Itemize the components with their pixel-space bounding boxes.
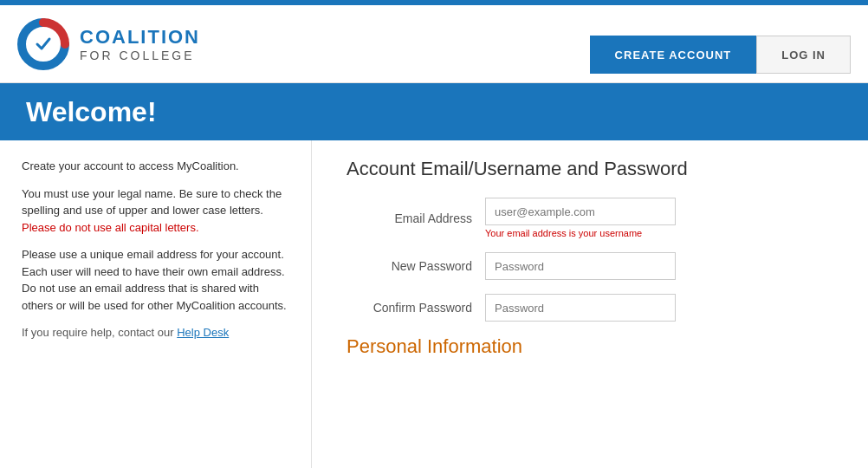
new-password-input-wrapper [485, 252, 676, 280]
new-password-input[interactable] [485, 252, 676, 280]
create-account-tab[interactable]: CREATE ACCOUNT [590, 36, 757, 74]
new-password-form-group: New Password [347, 252, 833, 280]
confirm-password-form-group: Confirm Password [347, 294, 833, 322]
welcome-title: Welcome! [26, 96, 157, 128]
email-hint: Your email address is your username [485, 228, 676, 238]
logo-container: COALITION FOR COLLEGE [17, 18, 200, 70]
help-desk-link[interactable]: Help Desk [177, 326, 229, 339]
email-form-group: Email Address Your email address is your… [347, 198, 833, 238]
confirm-password-input[interactable] [485, 294, 676, 322]
log-in-tab[interactable]: LOG IN [756, 36, 851, 74]
confirm-password-input-wrapper [485, 294, 676, 322]
email-input[interactable] [485, 198, 676, 225]
content-area: Create your account to access MyCoalitio… [0, 140, 868, 468]
email-input-wrapper: Your email address is your username [485, 198, 676, 238]
help-line: If you require help, contact our Help De… [22, 324, 289, 341]
personal-info-title: Personal Information [347, 335, 833, 358]
logo-for-college: FOR COLLEGE [80, 49, 200, 62]
account-section-title: Account Email/Username and Password [347, 158, 833, 180]
intro-line: Create your account to access MyCoalitio… [22, 158, 289, 175]
right-panel: Account Email/Username and Password Emai… [312, 140, 868, 468]
welcome-banner: Welcome! [0, 83, 868, 140]
legal-name-line: You must use your legal name. Be sure to… [22, 185, 289, 237]
confirm-password-label: Confirm Password [347, 301, 485, 315]
new-password-label: New Password [347, 259, 485, 273]
logo-text: COALITION FOR COLLEGE [80, 26, 200, 62]
coalition-logo-icon [17, 18, 69, 70]
nav-tabs: CREATE ACCOUNT LOG IN [590, 14, 851, 74]
header: COALITION FOR COLLEGE CREATE ACCOUNT LOG… [0, 5, 868, 83]
email-label: Email Address [347, 211, 485, 225]
logo-coalition: COALITION [80, 26, 200, 49]
left-panel: Create your account to access MyCoalitio… [0, 140, 312, 468]
unique-email-line: Please use a unique email address for yo… [22, 246, 289, 314]
